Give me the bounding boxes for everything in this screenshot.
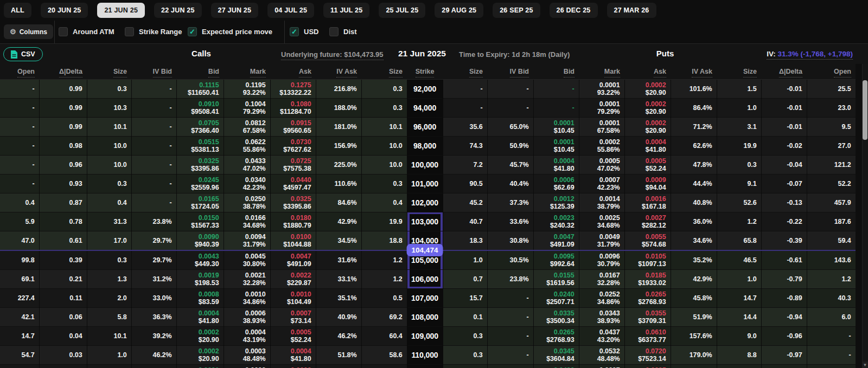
call-ask-cell[interactable]: 0.1275$13322.22 — [270, 79, 316, 98]
put-bid-cell[interactable]: 0.0006$62.69 — [533, 174, 579, 193]
call-bid-cell[interactable]: 0.0008$83.59 — [176, 288, 224, 307]
expiry-tab-27-jun-25[interactable]: 27 JUN 25 — [211, 3, 259, 18]
put-mark-cell[interactable]: 0.000547.02% — [579, 155, 624, 174]
expiry-tab-11-jul-25[interactable]: 11 JUL 25 — [323, 3, 369, 18]
put-mark-cell[interactable]: 0.000167.58% — [579, 117, 624, 136]
put-bid-cell[interactable]: 0.0023$240.32 — [533, 212, 579, 231]
put-bid-cell[interactable]: 0.0001$10.45 — [533, 136, 579, 155]
call-mark-cell[interactable]: 0.009431.79% — [224, 231, 270, 250]
column-header-call-size[interactable]: Size — [361, 64, 407, 79]
put-mark-cell[interactable]: 0.043743.20% — [579, 326, 624, 345]
column-header-put-iv-bid[interactable]: IV Bid — [487, 64, 533, 79]
call-mark-cell[interactable]: 0.000638.93% — [224, 307, 270, 326]
put-bid-cell[interactable]: 0.0004$41.80 — [533, 155, 579, 174]
call-mark-cell[interactable]: 0.062255.86% — [224, 136, 270, 155]
call-bid-cell[interactable]: 0.0515$5381.13 — [176, 136, 224, 155]
column-header-call-mark[interactable]: Mark — [224, 64, 270, 79]
call-ask-cell[interactable]: 0.0007$73.14 — [270, 307, 316, 326]
column-header-call-iv-bid[interactable]: IV Bid — [131, 64, 176, 79]
columns-button[interactable]: ⚙ Columns — [4, 24, 53, 39]
call-bid-cell[interactable]: 0.0001$10.45 — [176, 364, 224, 368]
column-header-call-iv-ask[interactable]: IV Ask — [316, 64, 361, 79]
put-ask-cell[interactable]: 0.0185$1933.02 — [624, 269, 671, 288]
column-header-put-ask[interactable]: Ask — [624, 64, 671, 79]
call-bid-cell[interactable]: 0.0002$20.90 — [176, 345, 224, 364]
put-bid-cell[interactable]: 0.0095$992.64 — [533, 250, 579, 270]
put-bid-cell[interactable]: 0.0430$4492.38 — [533, 364, 579, 368]
expiry-tab-22-jun-25[interactable]: 22 JUN 25 — [154, 3, 202, 18]
put-bid-cell[interactable]: 0.0155$1619.56 — [533, 269, 579, 288]
put-mark-cell[interactable]: 0.000193.22% — [579, 79, 624, 98]
put-mark-cell[interactable]: 0.000742.23% — [579, 174, 624, 193]
column-header-call-size[interactable]: Size — [87, 64, 131, 79]
call-ask-cell[interactable]: 0.1080$11284.70 — [270, 98, 316, 117]
checkbox-around-atm[interactable]: Around ATM — [59, 27, 114, 36]
call-ask-cell[interactable]: 0.0004$41.80 — [270, 345, 316, 364]
put-bid-cell[interactable]: 0.0001$10.45 — [533, 117, 579, 136]
call-bid-cell[interactable]: 0.0004$41.80 — [176, 307, 224, 326]
checkbox-usd[interactable]: ✓USD — [290, 27, 318, 36]
call-bid-cell[interactable]: 0.0043$449.30 — [176, 250, 224, 270]
put-bid-cell[interactable]: 0.0335$3500.34 — [533, 307, 579, 326]
vertical-scrollbar-track[interactable]: ▼ — [862, 64, 868, 368]
call-ask-cell[interactable]: 0.0100$1044.88 — [270, 231, 316, 250]
column-header-put-bid[interactable]: Bid — [533, 64, 579, 79]
put-bid-cell[interactable]: 0.0345$3604.84 — [533, 345, 579, 364]
column-header-call--delta[interactable]: Δ|Delta — [39, 64, 87, 79]
expiry-tab-20-jun-25[interactable]: 20 JUN 25 — [41, 3, 88, 18]
put-mark-cell[interactable]: 0.053248.48% — [579, 345, 624, 364]
call-mark-cell[interactable]: 0.016634.68% — [224, 212, 270, 231]
iv-summary-label[interactable]: IV: 31.3% (-1,768, +1,798) — [767, 50, 853, 60]
call-mark-cell[interactable]: 0.100479.29% — [224, 98, 270, 117]
expiry-tab-21-jun-25[interactable]: 21 JUN 25 — [97, 3, 145, 18]
put-ask-cell[interactable]: 0.0002$20.90 — [624, 98, 671, 117]
call-ask-cell[interactable]: 0.0005$52.24 — [270, 326, 316, 345]
put-ask-cell[interactable]: 0.0610$6373.77 — [624, 326, 671, 345]
put-bid-cell[interactable]: 0.0265$2768.93 — [533, 326, 579, 345]
call-ask-cell[interactable]: 0.0440$4597.47 — [270, 174, 316, 193]
put-ask-cell[interactable]: 0.0002$20.90 — [624, 117, 671, 136]
put-ask-cell[interactable]: 0.0055$574.68 — [624, 231, 671, 250]
checkbox-strike-range[interactable]: Strike Range — [125, 27, 182, 36]
expiry-tab-27-mar-26[interactable]: 27 MAR 26 — [607, 3, 656, 18]
put-ask-cell[interactable]: 0.0004$41.80 — [624, 136, 671, 155]
call-ask-cell[interactable]: 0.0022$229.87 — [270, 269, 316, 288]
expiry-tab-26-dec-25[interactable]: 26 DEC 25 — [550, 3, 598, 18]
put-mark-cell[interactable]: 0.016732.28% — [579, 269, 624, 288]
put-mark-cell[interactable]: 0.002534.68% — [579, 212, 624, 231]
call-mark-cell[interactable]: 0.043347.02% — [224, 155, 270, 174]
call-ask-cell[interactable]: 0.0325$3395.86 — [270, 193, 316, 212]
column-header-put--delta[interactable]: Δ|Delta — [761, 64, 807, 79]
column-header-strike[interactable]: Strike — [407, 64, 443, 79]
call-mark-cell[interactable]: 0.000443.19% — [224, 326, 270, 345]
call-ask-cell[interactable]: 0.0180$1880.79 — [270, 212, 316, 231]
put-ask-cell[interactable]: 0.0002$20.90 — [624, 79, 671, 98]
call-ask-cell[interactable]: 0.0047$491.09 — [270, 250, 316, 270]
column-header-put-size[interactable]: Size — [443, 64, 487, 79]
put-bid-cell[interactable]: - — [533, 98, 579, 117]
put-ask-cell[interactable]: 0.0935$9768.31 — [624, 364, 671, 368]
call-ask-cell[interactable]: 0.0915$9560.65 — [270, 117, 316, 136]
put-ask-cell[interactable]: 0.0720$7523.14 — [624, 345, 671, 364]
put-ask-cell[interactable]: 0.0355$3709.31 — [624, 307, 671, 326]
put-ask-cell[interactable]: 0.0265$2768.93 — [624, 288, 671, 307]
call-bid-cell[interactable]: 0.1115$11650.41 — [176, 79, 224, 98]
put-bid-cell[interactable]: 0.0240$2507.71 — [533, 288, 579, 307]
put-ask-cell[interactable]: 0.0105$1097.13 — [624, 250, 671, 270]
call-mark-cell[interactable]: 0.025038.78% — [224, 193, 270, 212]
put-mark-cell[interactable]: 0.001438.79% — [579, 193, 624, 212]
put-bid-cell[interactable]: 0.0012$125.39 — [533, 193, 579, 212]
call-bid-cell[interactable]: 0.0019$198.53 — [176, 269, 224, 288]
expiry-tab-26-sep-25[interactable]: 26 SEP 25 — [493, 3, 540, 18]
put-mark-cell[interactable]: 0.062752.42% — [579, 364, 624, 368]
column-header-call-bid[interactable]: Bid — [176, 64, 224, 79]
put-mark-cell[interactable]: 0.034338.93% — [579, 307, 624, 326]
put-mark-cell[interactable]: 0.000255.86% — [579, 136, 624, 155]
call-bid-cell[interactable]: 0.0002$20.90 — [176, 326, 224, 345]
expiry-tab-25-jul-25[interactable]: 25 JUL 25 — [379, 3, 425, 18]
checkbox-expected-price-move[interactable]: ✓Expected price move — [188, 27, 272, 36]
put-mark-cell[interactable]: 0.009630.79% — [579, 250, 624, 270]
put-ask-cell[interactable]: 0.0027$282.12 — [624, 212, 671, 231]
call-mark-cell[interactable]: 0.119593.22% — [224, 79, 270, 98]
expiry-tab-04-jul-25[interactable]: 04 JUL 25 — [267, 3, 314, 18]
